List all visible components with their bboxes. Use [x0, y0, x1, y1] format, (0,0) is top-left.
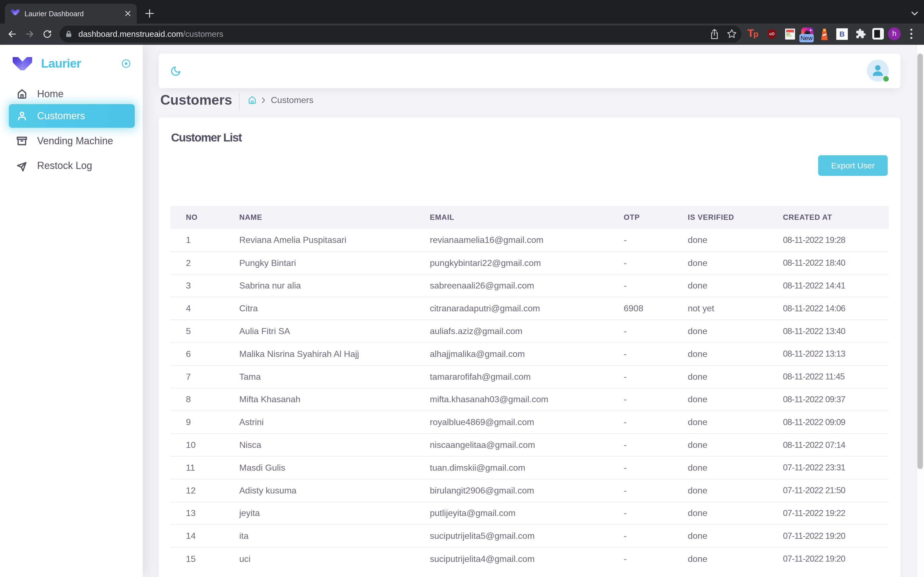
svg-text:uO: uO	[769, 32, 775, 36]
svg-text:B: B	[840, 30, 845, 38]
